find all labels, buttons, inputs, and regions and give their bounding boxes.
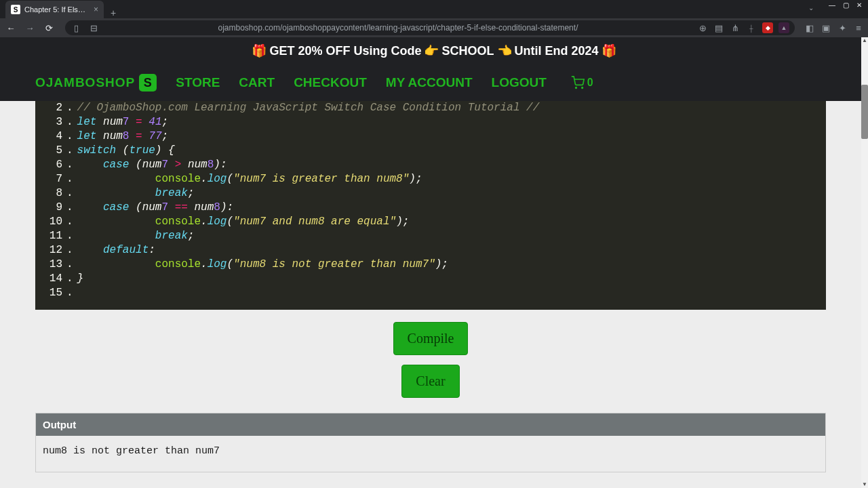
reload-button[interactable]: ⟳ — [42, 21, 56, 35]
nav-cart[interactable]: CART — [239, 75, 275, 90]
output-panel: Output num8 is not greater than num7 — [35, 413, 826, 472]
close-icon[interactable]: × — [94, 5, 98, 14]
brand-text: OJAMBOSHOP — [35, 75, 135, 90]
point-right-icon: 👉 — [424, 43, 439, 58]
minimize-icon[interactable]: ― — [826, 0, 838, 9]
point-left-icon: 👈 — [497, 43, 512, 58]
reader-icon[interactable]: ▤ — [713, 22, 724, 33]
compile-button[interactable]: Compile — [393, 322, 469, 355]
url-text: ojamboshop.com/ojamboshoppaycontent/lear… — [104, 23, 692, 33]
scroll-up-icon[interactable]: ▲ — [861, 37, 868, 44]
scrollbar-thumb[interactable] — [861, 85, 868, 139]
scroll-down-icon[interactable]: ▼ — [861, 481, 868, 488]
scrollbar-track[interactable]: ▲ ▼ — [861, 37, 868, 488]
brand-badge-icon: S — [139, 74, 157, 92]
maximize-icon[interactable]: ▢ — [840, 0, 852, 9]
promo-banner: 🎁 GET 20% OFF Using Code 👉 SCHOOL 👈 Unti… — [0, 37, 868, 64]
nav-logout[interactable]: LOGOUT — [492, 75, 547, 90]
window-close-icon[interactable]: ✕ — [853, 0, 865, 9]
banner-prefix: GET 20% OFF Using Code — [269, 44, 421, 58]
shopping-cart-icon — [571, 76, 585, 89]
wallet-icon[interactable]: ▣ — [821, 22, 831, 33]
banner-code: SCHOOL — [441, 44, 494, 58]
browser-toolbar: ← → ⟳ ▯ ⊟ ojamboshop.com/ojamboshoppayco… — [0, 18, 868, 37]
output-header: Output — [36, 413, 825, 436]
nav-store[interactable]: STORE — [176, 75, 220, 90]
new-tab-button[interactable]: + — [104, 7, 123, 18]
share-icon[interactable]: ⋔ — [730, 22, 741, 33]
sparkle-icon[interactable]: ✦ — [837, 22, 848, 33]
gift-icon: 🎁 — [601, 43, 616, 58]
site-nav: OJAMBOSHOP S STORE CART CHECKOUT MY ACCO… — [0, 64, 868, 101]
sidepanel-icon[interactable]: ◧ — [804, 22, 815, 33]
bookmark-icon[interactable]: ▯ — [71, 22, 81, 33]
menu-icon[interactable]: ≡ — [853, 22, 864, 33]
site-brand[interactable]: OJAMBOSHOP S — [35, 74, 157, 92]
banner-suffix: Until End 2024 — [515, 44, 599, 58]
nav-checkout[interactable]: CHECKOUT — [294, 75, 367, 90]
tab-favicon: S — [11, 5, 20, 14]
forward-button[interactable]: → — [23, 21, 37, 35]
nav-myaccount[interactable]: MY ACCOUNT — [386, 75, 473, 90]
zoom-icon[interactable]: ⊕ — [697, 22, 708, 33]
browser-tab[interactable]: S Chapter 5: If Else Condition × — [5, 1, 104, 18]
browser-tab-bar: S Chapter 5: If Else Condition × + ⌄ ― ▢… — [0, 0, 868, 18]
back-button[interactable]: ← — [4, 21, 18, 35]
url-bar[interactable]: ▯ ⊟ ojamboshop.com/ojamboshoppaycontent/… — [65, 20, 795, 35]
gift-icon: 🎁 — [252, 43, 267, 58]
tab-title: Chapter 5: If Else Condition — [24, 5, 90, 14]
tabs-overflow-icon[interactable]: ⌄ — [808, 4, 814, 12]
rss-icon[interactable]: ⟊ — [746, 22, 757, 33]
extension-ublock-icon[interactable]: ◆ — [762, 22, 773, 33]
site-info-icon[interactable]: ⊟ — [88, 22, 99, 33]
cart-widget[interactable]: 0 — [571, 76, 593, 89]
cart-count: 0 — [587, 77, 593, 89]
clear-button[interactable]: Clear — [401, 365, 459, 398]
svg-point-1 — [582, 87, 583, 89]
code-editor[interactable]: 2.// OjamboShop.com Learning JavaScript … — [35, 101, 826, 310]
svg-point-0 — [575, 87, 576, 89]
code-comment: // OjamboShop.com Learning JavaScript Sw… — [77, 102, 540, 114]
output-text: num8 is not greater than num7 — [36, 436, 825, 472]
page-viewport: 🎁 GET 20% OFF Using Code 👉 SCHOOL 👈 Unti… — [0, 37, 868, 488]
extension-brave-icon[interactable]: ▲ — [778, 22, 789, 33]
